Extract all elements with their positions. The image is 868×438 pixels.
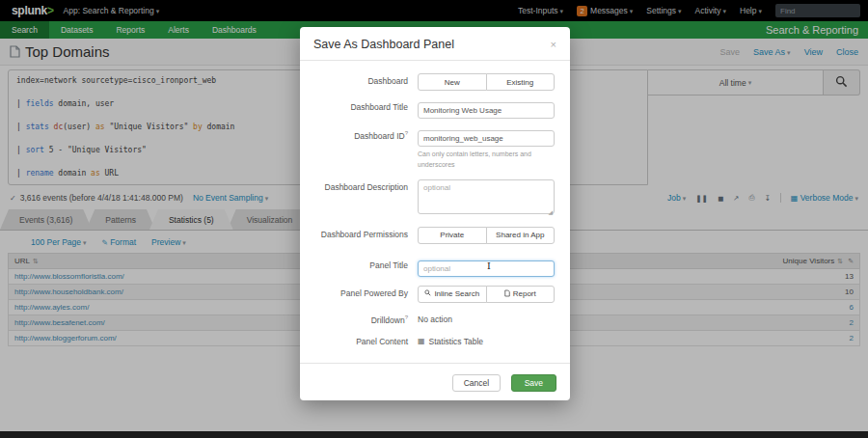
modal-footer: Cancel Save xyxy=(300,363,570,400)
modal-title: Save As Dashboard Panel xyxy=(313,38,454,51)
report-icon xyxy=(504,289,510,299)
panel-title-input[interactable] xyxy=(418,260,555,277)
save-as-dashboard-panel-dialog: Save As Dashboard Panel × Dashboard New … xyxy=(300,27,570,400)
search-icon xyxy=(424,289,431,298)
modal-header: Save As Dashboard Panel × xyxy=(300,27,570,61)
drilldown-value: No action xyxy=(418,312,555,324)
cancel-button[interactable]: Cancel xyxy=(452,374,501,392)
panel-powered-by-row: Panel Powered By Inline Search Report xyxy=(315,286,555,303)
dashboard-id-label: Dashboard ID? xyxy=(315,127,418,141)
drilldown-label: Drilldown? xyxy=(315,312,418,325)
dashboard-description-row: Dashboard Description ◢ xyxy=(315,179,555,218)
dashboard-description-input[interactable] xyxy=(418,179,555,214)
permissions-toggle: Private Shared in App xyxy=(418,227,555,244)
dashboard-toggle: New Existing xyxy=(418,73,555,91)
dashboard-field-row: Dashboard New Existing xyxy=(315,73,555,91)
dashboard-title-row: Dashboard Title xyxy=(315,99,555,119)
dashboard-permissions-label: Dashboard Permissions xyxy=(315,227,418,239)
panel-title-row: Panel Title I xyxy=(315,258,555,277)
private-button[interactable]: Private xyxy=(418,227,487,244)
new-button[interactable]: New xyxy=(418,73,487,91)
panel-powered-by-label: Panel Powered By xyxy=(315,286,418,298)
dashboard-description-label: Dashboard Description xyxy=(315,179,418,192)
dashboard-id-input[interactable] xyxy=(418,130,555,147)
existing-button[interactable]: Existing xyxy=(486,73,556,91)
drilldown-row: Drilldown? No action xyxy=(315,312,555,325)
panel-title-label: Panel Title xyxy=(315,258,418,270)
save-button[interactable]: Save xyxy=(511,374,556,392)
powered-by-toggle: Inline Search Report xyxy=(418,286,555,303)
help-tooltip-icon: ? xyxy=(405,315,408,320)
bottom-strip xyxy=(0,431,868,438)
dashboard-id-help: Can only contain letters, numbers andund… xyxy=(418,150,555,171)
inline-search-button[interactable]: Inline Search xyxy=(418,286,487,303)
dashboard-title-label: Dashboard Title xyxy=(315,99,418,112)
close-icon[interactable]: × xyxy=(551,39,556,50)
help-tooltip-icon: ? xyxy=(405,130,408,136)
dashboard-id-row: Dashboard ID? Can only contain letters, … xyxy=(315,127,555,171)
modal-body: Dashboard New Existing Dashboard Title D… xyxy=(300,61,570,363)
dashboard-label: Dashboard xyxy=(315,73,418,86)
panel-content-value: ▦ Statistics Table xyxy=(418,334,555,346)
resize-grip-icon[interactable]: ◢ xyxy=(548,208,553,215)
statistics-table-icon: ▦ xyxy=(418,337,425,345)
shared-in-app-button[interactable]: Shared in App xyxy=(486,227,556,244)
dashboard-title-input[interactable] xyxy=(418,102,555,119)
report-button[interactable]: Report xyxy=(486,286,556,303)
panel-content-label: Panel Content xyxy=(315,334,418,346)
dashboard-permissions-row: Dashboard Permissions Private Shared in … xyxy=(315,227,555,244)
panel-content-row: Panel Content ▦ Statistics Table xyxy=(315,334,555,346)
